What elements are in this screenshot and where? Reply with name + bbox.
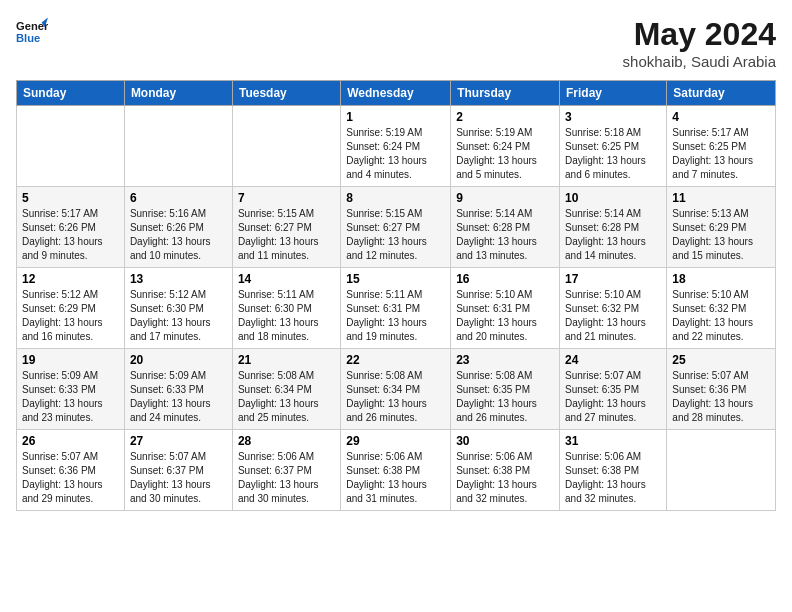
weekday-header: Sunday: [17, 81, 125, 106]
calendar-week-row: 12Sunrise: 5:12 AM Sunset: 6:29 PM Dayli…: [17, 268, 776, 349]
day-info: Sunrise: 5:15 AM Sunset: 6:27 PM Dayligh…: [346, 207, 445, 263]
day-number: 22: [346, 353, 445, 367]
day-info: Sunrise: 5:10 AM Sunset: 6:31 PM Dayligh…: [456, 288, 554, 344]
day-number: 3: [565, 110, 661, 124]
calendar-cell: 18Sunrise: 5:10 AM Sunset: 6:32 PM Dayli…: [667, 268, 776, 349]
day-info: Sunrise: 5:17 AM Sunset: 6:26 PM Dayligh…: [22, 207, 119, 263]
day-info: Sunrise: 5:07 AM Sunset: 6:35 PM Dayligh…: [565, 369, 661, 425]
calendar-cell: 7Sunrise: 5:15 AM Sunset: 6:27 PM Daylig…: [232, 187, 340, 268]
day-number: 16: [456, 272, 554, 286]
day-info: Sunrise: 5:11 AM Sunset: 6:31 PM Dayligh…: [346, 288, 445, 344]
calendar-cell: 3Sunrise: 5:18 AM Sunset: 6:25 PM Daylig…: [560, 106, 667, 187]
day-number: 29: [346, 434, 445, 448]
day-number: 12: [22, 272, 119, 286]
title-block: May 2024 shokhaib, Saudi Arabia: [623, 16, 776, 70]
calendar-cell: 15Sunrise: 5:11 AM Sunset: 6:31 PM Dayli…: [341, 268, 451, 349]
calendar-week-row: 1Sunrise: 5:19 AM Sunset: 6:24 PM Daylig…: [17, 106, 776, 187]
day-number: 11: [672, 191, 770, 205]
calendar-cell: 2Sunrise: 5:19 AM Sunset: 6:24 PM Daylig…: [451, 106, 560, 187]
calendar-cell: 27Sunrise: 5:07 AM Sunset: 6:37 PM Dayli…: [124, 430, 232, 511]
day-number: 13: [130, 272, 227, 286]
calendar-cell: 30Sunrise: 5:06 AM Sunset: 6:38 PM Dayli…: [451, 430, 560, 511]
day-number: 23: [456, 353, 554, 367]
day-number: 30: [456, 434, 554, 448]
day-info: Sunrise: 5:06 AM Sunset: 6:38 PM Dayligh…: [565, 450, 661, 506]
weekday-header: Tuesday: [232, 81, 340, 106]
day-info: Sunrise: 5:07 AM Sunset: 6:36 PM Dayligh…: [22, 450, 119, 506]
weekday-header: Wednesday: [341, 81, 451, 106]
month-year-title: May 2024: [623, 16, 776, 53]
day-number: 15: [346, 272, 445, 286]
day-number: 20: [130, 353, 227, 367]
day-info: Sunrise: 5:10 AM Sunset: 6:32 PM Dayligh…: [565, 288, 661, 344]
day-number: 1: [346, 110, 445, 124]
calendar-cell: [124, 106, 232, 187]
day-info: Sunrise: 5:18 AM Sunset: 6:25 PM Dayligh…: [565, 126, 661, 182]
day-info: Sunrise: 5:08 AM Sunset: 6:35 PM Dayligh…: [456, 369, 554, 425]
weekday-header-row: SundayMondayTuesdayWednesdayThursdayFrid…: [17, 81, 776, 106]
calendar-cell: 17Sunrise: 5:10 AM Sunset: 6:32 PM Dayli…: [560, 268, 667, 349]
calendar-cell: 4Sunrise: 5:17 AM Sunset: 6:25 PM Daylig…: [667, 106, 776, 187]
calendar-cell: 20Sunrise: 5:09 AM Sunset: 6:33 PM Dayli…: [124, 349, 232, 430]
day-info: Sunrise: 5:13 AM Sunset: 6:29 PM Dayligh…: [672, 207, 770, 263]
day-info: Sunrise: 5:09 AM Sunset: 6:33 PM Dayligh…: [22, 369, 119, 425]
day-number: 17: [565, 272, 661, 286]
day-number: 14: [238, 272, 335, 286]
weekday-header: Friday: [560, 81, 667, 106]
day-info: Sunrise: 5:08 AM Sunset: 6:34 PM Dayligh…: [346, 369, 445, 425]
calendar-cell: 5Sunrise: 5:17 AM Sunset: 6:26 PM Daylig…: [17, 187, 125, 268]
calendar-cell: 19Sunrise: 5:09 AM Sunset: 6:33 PM Dayli…: [17, 349, 125, 430]
day-number: 10: [565, 191, 661, 205]
calendar-cell: 1Sunrise: 5:19 AM Sunset: 6:24 PM Daylig…: [341, 106, 451, 187]
calendar-cell: 8Sunrise: 5:15 AM Sunset: 6:27 PM Daylig…: [341, 187, 451, 268]
day-info: Sunrise: 5:07 AM Sunset: 6:36 PM Dayligh…: [672, 369, 770, 425]
weekday-header: Monday: [124, 81, 232, 106]
day-number: 9: [456, 191, 554, 205]
calendar-cell: 29Sunrise: 5:06 AM Sunset: 6:38 PM Dayli…: [341, 430, 451, 511]
day-info: Sunrise: 5:17 AM Sunset: 6:25 PM Dayligh…: [672, 126, 770, 182]
calendar-cell: [667, 430, 776, 511]
calendar-week-row: 19Sunrise: 5:09 AM Sunset: 6:33 PM Dayli…: [17, 349, 776, 430]
calendar-week-row: 5Sunrise: 5:17 AM Sunset: 6:26 PM Daylig…: [17, 187, 776, 268]
day-number: 2: [456, 110, 554, 124]
day-number: 4: [672, 110, 770, 124]
day-info: Sunrise: 5:19 AM Sunset: 6:24 PM Dayligh…: [346, 126, 445, 182]
day-info: Sunrise: 5:06 AM Sunset: 6:37 PM Dayligh…: [238, 450, 335, 506]
day-number: 26: [22, 434, 119, 448]
calendar-week-row: 26Sunrise: 5:07 AM Sunset: 6:36 PM Dayli…: [17, 430, 776, 511]
day-number: 21: [238, 353, 335, 367]
day-info: Sunrise: 5:09 AM Sunset: 6:33 PM Dayligh…: [130, 369, 227, 425]
day-info: Sunrise: 5:12 AM Sunset: 6:29 PM Dayligh…: [22, 288, 119, 344]
calendar-table: SundayMondayTuesdayWednesdayThursdayFrid…: [16, 80, 776, 511]
day-info: Sunrise: 5:07 AM Sunset: 6:37 PM Dayligh…: [130, 450, 227, 506]
calendar-cell: [232, 106, 340, 187]
day-number: 25: [672, 353, 770, 367]
day-number: 19: [22, 353, 119, 367]
calendar-cell: 16Sunrise: 5:10 AM Sunset: 6:31 PM Dayli…: [451, 268, 560, 349]
calendar-cell: 9Sunrise: 5:14 AM Sunset: 6:28 PM Daylig…: [451, 187, 560, 268]
calendar-cell: 6Sunrise: 5:16 AM Sunset: 6:26 PM Daylig…: [124, 187, 232, 268]
page-header: General Blue May 2024 shokhaib, Saudi Ar…: [16, 16, 776, 70]
day-number: 18: [672, 272, 770, 286]
calendar-cell: 12Sunrise: 5:12 AM Sunset: 6:29 PM Dayli…: [17, 268, 125, 349]
day-number: 7: [238, 191, 335, 205]
calendar-cell: 11Sunrise: 5:13 AM Sunset: 6:29 PM Dayli…: [667, 187, 776, 268]
calendar-cell: 28Sunrise: 5:06 AM Sunset: 6:37 PM Dayli…: [232, 430, 340, 511]
weekday-header: Thursday: [451, 81, 560, 106]
calendar-cell: 25Sunrise: 5:07 AM Sunset: 6:36 PM Dayli…: [667, 349, 776, 430]
day-number: 31: [565, 434, 661, 448]
day-info: Sunrise: 5:11 AM Sunset: 6:30 PM Dayligh…: [238, 288, 335, 344]
calendar-cell: 14Sunrise: 5:11 AM Sunset: 6:30 PM Dayli…: [232, 268, 340, 349]
calendar-cell: 26Sunrise: 5:07 AM Sunset: 6:36 PM Dayli…: [17, 430, 125, 511]
day-info: Sunrise: 5:16 AM Sunset: 6:26 PM Dayligh…: [130, 207, 227, 263]
calendar-cell: 13Sunrise: 5:12 AM Sunset: 6:30 PM Dayli…: [124, 268, 232, 349]
day-info: Sunrise: 5:12 AM Sunset: 6:30 PM Dayligh…: [130, 288, 227, 344]
day-number: 6: [130, 191, 227, 205]
day-info: Sunrise: 5:10 AM Sunset: 6:32 PM Dayligh…: [672, 288, 770, 344]
day-number: 5: [22, 191, 119, 205]
logo-icon: General Blue: [16, 16, 48, 48]
weekday-header: Saturday: [667, 81, 776, 106]
svg-text:Blue: Blue: [16, 32, 40, 44]
day-info: Sunrise: 5:15 AM Sunset: 6:27 PM Dayligh…: [238, 207, 335, 263]
day-number: 28: [238, 434, 335, 448]
